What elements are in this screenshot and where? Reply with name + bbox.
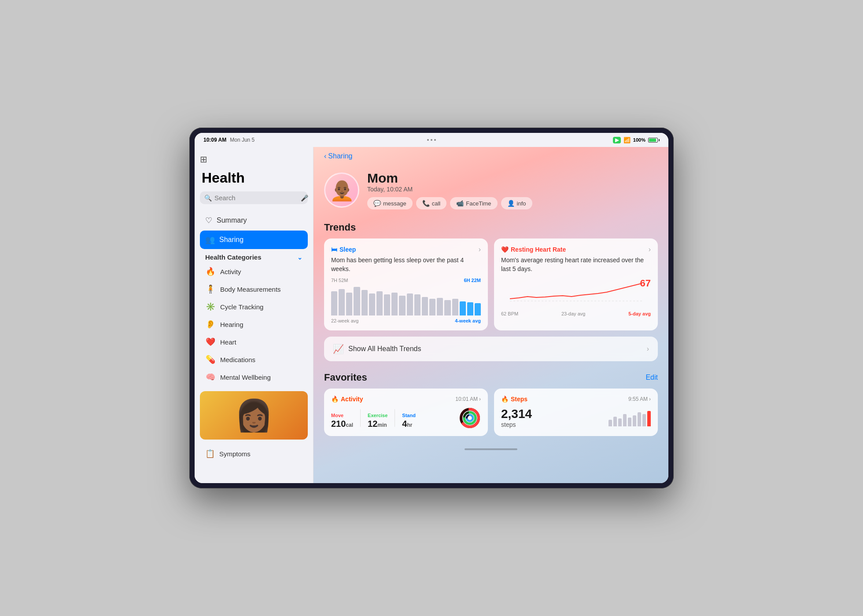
sleep-icon: 🛏 [331,246,337,253]
dot1 [427,139,429,141]
sleep-period-right: 4-week avg [455,318,481,323]
symptoms-icon: 📋 [205,449,215,458]
heart-rate-chart [501,281,651,308]
search-bar[interactable]: 🔍 🎤 [200,191,308,204]
move-label: Move [331,413,353,418]
app-title: Health [200,170,308,186]
favorites-header: Favorites Edit [313,370,668,389]
call-button[interactable]: 📞 call [416,197,447,209]
sidebar-item-mental[interactable]: 🧠 Mental Wellbeing [200,368,308,386]
sharing-label: Sharing [219,236,243,244]
sleep-avg-left: 7H 52M [331,278,348,283]
home-indicator [313,445,668,454]
show-all-trends-card[interactable]: 📈 Show All Health Trends › [324,337,658,361]
sidebar-item-activity[interactable]: 🔥 Activity [200,263,308,280]
steps-fav-icon: 🔥 [501,396,509,403]
heart-rate-value: 67 [640,278,651,289]
dot3 [434,139,436,141]
sidebar-item-summary[interactable]: ♡ Summary [200,211,308,230]
user-photo: 👩🏾 [200,391,308,440]
sidebar-item-hearing[interactable]: 👂 Hearing [200,315,308,333]
dot2 [431,139,432,141]
steps-fav-time: 9:55 AM › [628,396,651,402]
mental-label: Mental Wellbeing [220,374,271,381]
ipad-frame: 10:09 AM Mon Jun 5 ▶ 📶 100% [189,128,674,488]
health-categories-header: Health Categories ⌄ [200,250,308,263]
activity-icon: 🔥 [205,267,216,276]
hearing-label: Hearing [220,321,243,328]
status-bar: 10:09 AM Mon Jun 5 ▶ 📶 100% [195,133,668,147]
sleep-trend-card[interactable]: 🛏 Sleep › Mom has been getting less slee… [324,238,488,330]
heart-rate-card-title: ❤️ Resting Heart Rate [501,246,566,253]
activity-chevron-icon: › [479,396,481,402]
move-value: 210cal [331,419,353,429]
main-content: ‹ Sharing 🧑🏾‍🦲 Mom Today, 10:02 AM [313,147,668,483]
steps-chevron-icon: › [649,396,651,402]
action-buttons: 💬 message 📞 call 📹 FaceTime [367,197,658,209]
profile-info: Mom Today, 10:02 AM 💬 message 📞 call [367,171,658,209]
search-icon: 🔍 [204,194,212,202]
steps-fav-card[interactable]: 🔥 Steps 9:55 AM › 2,314 steps [494,389,658,436]
heart-chart-labels: 62 BPM 23-day avg 5-day avg [501,311,651,316]
message-label: message [383,200,406,207]
info-button[interactable]: 👤 info [501,197,532,209]
sidebar-item-body[interactable]: 🧍 Body Measurements [200,280,308,298]
status-date: Mon Jun 5 [230,137,254,143]
mental-icon: 🧠 [205,372,216,382]
profile-section: 🧑🏾‍🦲 Mom Today, 10:02 AM 💬 message 📞 [313,164,668,218]
symptoms-label: Symptoms [219,450,251,458]
call-icon: 📞 [422,200,430,207]
edit-button[interactable]: Edit [645,374,658,381]
trends-grid: 🛏 Sleep › Mom has been getting less slee… [313,238,668,337]
home-bar [465,448,517,450]
chevron-down-icon[interactable]: ⌄ [297,254,302,261]
main-area: ⊞ Health 🔍 🎤 ♡ Summary 👥 Sharing [195,147,668,483]
sidebar-item-cycle[interactable]: ✳️ Cycle Tracking [200,298,308,315]
sidebar-toggle[interactable]: ⊞ [200,154,308,165]
steps-value: 2,314 [501,407,532,421]
cycle-icon: ✳️ [205,302,216,312]
health-categories-label: Health Categories [205,253,262,261]
heart-rate-trend-card[interactable]: ❤️ Resting Heart Rate › Mom's average re… [494,238,658,330]
activity-fav-card[interactable]: 🔥 Activity 10:01 AM › Move 210cal [324,389,488,436]
steps-fav-title: 🔥 Steps [501,396,527,403]
wifi-icon: 📶 [623,137,631,143]
trends-chart-icon: 📈 [333,344,344,354]
content-header: ‹ Sharing [313,147,668,164]
search-input[interactable] [214,194,298,202]
mic-icon[interactable]: 🎤 [301,194,308,202]
activity-stats: Move 210cal Exercise 12min Stand [331,407,481,429]
sidebar-item-symptoms[interactable]: 📋 Symptoms [200,445,308,462]
sidebar-item-sharing[interactable]: 👥 Sharing [200,231,308,249]
status-time: 10:09 AM [203,137,226,143]
heart-icon: ❤️ [205,337,216,347]
sharing-icon: 👥 [205,235,215,245]
camera-icon: ▶ [613,137,621,143]
facetime-button[interactable]: 📹 FaceTime [450,197,497,209]
steps-label: steps [501,421,532,428]
body-label: Body Measurements [220,286,281,293]
activity-fav-title: 🔥 Activity [331,396,363,403]
info-label: info [517,200,526,207]
heart-rate-desc: Mom's average resting heart rate increas… [501,256,651,273]
sidebar-item-medications[interactable]: 💊 Medications [200,351,308,368]
heart-period-left: 23-day avg [561,311,585,316]
sidebar-item-heart[interactable]: ❤️ Heart [200,333,308,351]
stand-stat: Stand 4hr [402,413,416,429]
message-button[interactable]: 💬 message [367,197,413,209]
call-label: call [432,200,441,207]
heart-bpm-label: 62 BPM [501,311,518,316]
sleep-chart [331,285,481,315]
profile-name: Mom [367,171,658,186]
exercise-value: 12min [368,419,387,429]
chart-labels: 22-week avg 4-week avg [331,318,481,323]
favorites-title: Favorites [324,372,367,383]
profile-time: Today, 10:02 AM [367,186,658,193]
sleep-card-title: 🛏 Sleep [331,246,356,253]
favorites-grid: 🔥 Activity 10:01 AM › Move 210cal [313,389,668,445]
summary-label: Summary [217,216,247,224]
battery-label: 100% [633,137,645,143]
activity-fav-time: 10:01 AM › [455,396,481,402]
back-button[interactable]: ‹ Sharing [324,152,352,160]
sidebar: ⊞ Health 🔍 🎤 ♡ Summary 👥 Sharing [195,147,313,483]
